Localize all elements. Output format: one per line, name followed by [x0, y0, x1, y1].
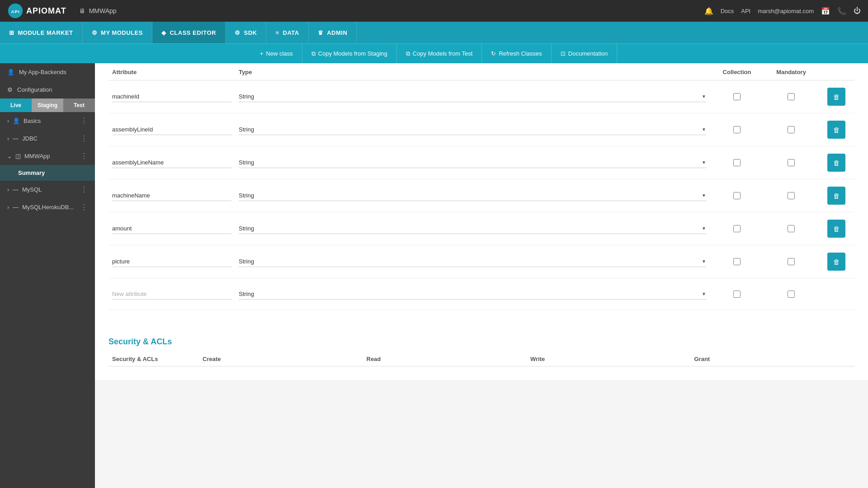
- mandatory-checkbox-machineid[interactable]: [788, 93, 795, 100]
- attribute-input-machinename[interactable]: [112, 190, 231, 201]
- nav-admin[interactable]: ♛ ADMIN: [309, 22, 357, 43]
- delete-button-assemblylinename[interactable]: 🗑: [827, 154, 845, 172]
- new-attribute-input[interactable]: [112, 289, 231, 300]
- new-type-select[interactable]: StringIntegerFloatBoolean: [239, 291, 702, 297]
- chevron-right-icon: ›: [7, 204, 9, 211]
- new-type-cell: StringIntegerFloatBoolean ▼: [235, 289, 710, 300]
- collection-checkbox-amount[interactable]: [733, 225, 741, 232]
- delete-button-amount[interactable]: 🗑: [827, 220, 845, 238]
- ellipsis-icon[interactable]: ⋮: [80, 203, 88, 211]
- mandatory-checkbox-machinename[interactable]: [788, 192, 795, 199]
- env-tab-live[interactable]: Live: [0, 99, 32, 112]
- mandatory-cell-assemblylineid: [764, 126, 818, 133]
- mandatory-checkbox-amount[interactable]: [788, 225, 795, 232]
- copy-from-test-button[interactable]: ⧉ Copy Models from Test: [397, 44, 482, 64]
- type-cell-picture: StringIntegerFloatBoolean ▼: [235, 256, 710, 267]
- sidebar-item-mmwapp[interactable]: ⌄ ◫ MMWApp ⋮: [0, 147, 95, 165]
- type-cell-assemblylineid: StringIntegerFloatBoolean ▼: [235, 124, 710, 135]
- security-table-header: Security & ACLs Create Read Write Grant: [108, 356, 854, 366]
- mandatory-checkbox-assemblylineid[interactable]: [788, 126, 795, 133]
- data-icon: ≡: [275, 29, 279, 36]
- trash-icon: 🗑: [833, 126, 840, 134]
- collection-checkbox-machinename[interactable]: [733, 192, 741, 199]
- type-select-assemblylineid[interactable]: StringIntegerFloatBoolean: [239, 126, 702, 133]
- attribute-input-amount[interactable]: [112, 223, 231, 234]
- user-email: marsh@apiomat.com: [758, 8, 814, 14]
- type-select-amount[interactable]: StringIntegerFloatBoolean: [239, 225, 702, 232]
- monitor-icon: 🖥: [79, 7, 85, 14]
- type-cell-machinename: StringIntegerFloatBoolean ▼: [235, 190, 710, 201]
- main-layout: 👤 My App-Backends ⚙ Configuration Live S…: [0, 63, 868, 488]
- type-select-machineid[interactable]: StringIntegerFloatBoolean: [239, 93, 702, 100]
- phone-icon[interactable]: 📞: [837, 7, 846, 15]
- new-attribute-cell: [108, 289, 235, 300]
- sidebar-item-basics[interactable]: › 👤 Basics ⋮: [0, 112, 95, 130]
- delete-button-assemblylineid[interactable]: 🗑: [827, 121, 845, 139]
- collection-cell-machinename: [710, 192, 764, 199]
- new-class-button[interactable]: + New class: [251, 44, 302, 64]
- type-select-machinename[interactable]: StringIntegerFloatBoolean: [239, 192, 702, 199]
- sidebar-item-mysqlherokudb[interactable]: › — MySQLHerokuDB... ⋮: [0, 198, 95, 216]
- attribute-input-machineid[interactable]: [112, 91, 231, 102]
- type-arrow-icon: ▼: [702, 259, 706, 264]
- documentation-button[interactable]: ⊡ Documentation: [552, 44, 617, 64]
- delete-button-picture[interactable]: 🗑: [827, 253, 845, 271]
- nav-class-editor[interactable]: ◈ CLASS EDITOR: [152, 22, 226, 43]
- attribute-cell-machineid: [108, 91, 235, 102]
- sidebar-item-my-app-backends[interactable]: 👤 My App-Backends: [0, 63, 95, 81]
- delete-button-machineid[interactable]: 🗑: [827, 88, 845, 106]
- sidebar-item-summary[interactable]: Summary: [0, 165, 95, 181]
- attribute-input-assemblylinename[interactable]: [112, 157, 231, 168]
- trash-icon: 🗑: [833, 258, 840, 266]
- security-col-header-write: Write: [527, 356, 691, 362]
- sidebar-item-mysql[interactable]: › — MySQL ⋮: [0, 181, 95, 198]
- copy-from-staging-button[interactable]: ⧉ Copy Models from Staging: [302, 44, 397, 64]
- type-select-assemblylinename[interactable]: StringIntegerFloatBoolean: [239, 159, 702, 166]
- nav-module-market[interactable]: ⊞ MODULE MARKET: [0, 22, 83, 43]
- nav-my-modules[interactable]: ⚙ MY MODULES: [83, 22, 152, 43]
- attribute-input-picture[interactable]: [112, 256, 231, 267]
- ellipsis-icon[interactable]: ⋮: [80, 134, 88, 143]
- trash-icon: 🗑: [833, 225, 840, 233]
- mandatory-cell-machineid: [764, 93, 818, 100]
- nav-sdk[interactable]: ⚙ SDK: [226, 22, 266, 43]
- logo: API APIOMAT: [7, 3, 66, 19]
- env-tab-staging[interactable]: Staging: [32, 99, 63, 112]
- mandatory-checkbox-assemblylinename[interactable]: [788, 159, 795, 166]
- refresh-classes-button[interactable]: ↻ Refresh Classes: [482, 44, 551, 64]
- table-row: StringIntegerFloatBoolean ▼ 🗑: [108, 245, 854, 278]
- delete-button-machinename[interactable]: 🗑: [827, 187, 845, 205]
- chevron-right-icon: ›: [7, 118, 9, 124]
- security-col-header-create: Create: [199, 356, 363, 362]
- new-mandatory-cell: [764, 291, 818, 298]
- new-mandatory-checkbox[interactable]: [788, 291, 795, 298]
- sidebar: 👤 My App-Backends ⚙ Configuration Live S…: [0, 63, 95, 488]
- power-icon[interactable]: ⏻: [854, 7, 861, 15]
- docs-link[interactable]: Docs: [721, 8, 734, 14]
- attribute-input-assemblylineid[interactable]: [112, 124, 231, 135]
- nav-data[interactable]: ≡ DATA: [266, 22, 308, 43]
- type-select-picture[interactable]: StringIntegerFloatBoolean: [239, 258, 702, 265]
- ellipsis-icon[interactable]: ⋮: [80, 117, 88, 125]
- collection-checkbox-machineid[interactable]: [733, 93, 741, 100]
- env-tab-test[interactable]: Test: [63, 99, 95, 112]
- ellipsis-icon[interactable]: ⋮: [80, 185, 88, 194]
- settings-icon: ⚙: [7, 86, 13, 93]
- mandatory-checkbox-picture[interactable]: [788, 258, 795, 265]
- bell-icon[interactable]: 🔔: [704, 7, 713, 15]
- collection-checkbox-picture[interactable]: [733, 258, 741, 265]
- collection-checkbox-assemblylinename[interactable]: [733, 159, 741, 166]
- sidebar-item-jdbc[interactable]: › — JDBC ⋮: [0, 130, 95, 147]
- new-type-arrow-icon: ▼: [702, 291, 706, 296]
- calendar-icon[interactable]: 📅: [821, 7, 830, 15]
- attribute-cell-assemblylinename: [108, 157, 235, 168]
- new-collection-checkbox[interactable]: [733, 291, 741, 298]
- svg-text:API: API: [11, 9, 19, 14]
- mysqlherokudb-icon: —: [13, 204, 19, 211]
- sidebar-item-configuration[interactable]: ⚙ Configuration: [0, 81, 95, 99]
- collection-checkbox-assemblylineid[interactable]: [733, 126, 741, 133]
- new-class-icon: +: [260, 50, 264, 57]
- api-link[interactable]: API: [741, 8, 750, 14]
- ellipsis-icon[interactable]: ⋮: [80, 152, 88, 160]
- navbar: ⊞ MODULE MARKET ⚙ MY MODULES ◈ CLASS EDI…: [0, 22, 868, 43]
